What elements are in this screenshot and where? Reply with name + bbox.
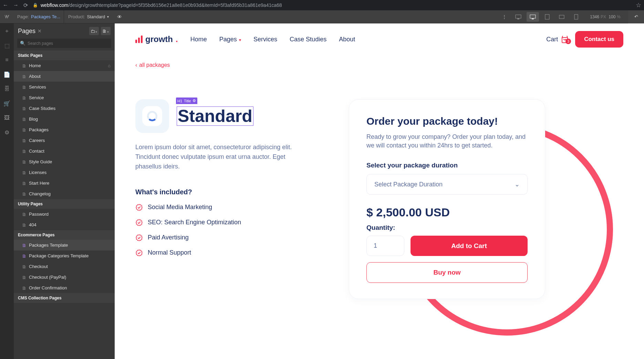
nav-about[interactable]: About (339, 36, 355, 43)
product-breadcrumb[interactable]: Product: Standard ▾ (64, 14, 113, 19)
cart-badge: 3 (565, 39, 571, 44)
page-icon: 🗎 (22, 181, 26, 186)
forward-icon[interactable]: → (13, 2, 19, 8)
device-desktop-icon[interactable] (512, 12, 524, 22)
search-pages[interactable]: 🔍 (17, 39, 111, 48)
page-item[interactable]: 🗎Password (14, 209, 115, 219)
svg-rect-4 (545, 14, 549, 19)
page-breadcrumb[interactable]: Page: Packages Te... (14, 10, 64, 23)
url-bar[interactable]: 🔒 webflow.com/design/growthtemplate?page… (33, 2, 631, 8)
page-item-label: Services (29, 84, 46, 90)
nav-services[interactable]: Services (253, 36, 277, 43)
duration-select[interactable]: Select Package Duration ⌄ (366, 174, 528, 195)
page-item[interactable]: 🗎Checkout (PayPal) (14, 272, 115, 283)
device-switcher: ⋮ (500, 12, 584, 22)
page-icon: 🗎 (22, 223, 26, 227)
selection-name: Title (184, 99, 191, 103)
add-to-cart-button[interactable]: Add to Cart (411, 236, 528, 256)
section-static: Static Pages (14, 51, 115, 60)
duration-label: Select your package duration (366, 162, 528, 169)
page-item[interactable]: 🗎Changelog (14, 188, 115, 199)
nav-home[interactable]: Home (190, 36, 207, 43)
page-item[interactable]: 🗎Blog (14, 114, 115, 124)
page-item[interactable]: 🗎Packages Template (14, 240, 115, 250)
symbols-icon[interactable]: ⬚ (3, 41, 11, 50)
site-logo[interactable]: growth. (135, 34, 178, 44)
page-icon: 🗎 (22, 63, 26, 68)
feature-item: Paid Avertising (135, 234, 308, 242)
page-item[interactable]: 🗎Services (14, 82, 115, 92)
close-icon[interactable]: ✕ (38, 28, 42, 34)
product-label: Product: (68, 14, 85, 19)
page-item[interactable]: 🗎Home⌂ (14, 60, 115, 71)
cms-icon[interactable]: 🗄 (3, 85, 11, 93)
webflow-logo[interactable] (0, 10, 14, 23)
page-icon: 🗎 (22, 85, 26, 90)
page-item[interactable]: 🗎Start Here (14, 178, 115, 188)
page-item-label: Packages (29, 127, 49, 132)
ecommerce-icon[interactable]: 🛒 (3, 99, 11, 107)
pages-icon[interactable]: 📄 (3, 70, 11, 79)
section-ecommerce: Ecommerce Pages (14, 230, 115, 240)
page-item[interactable]: 🗎About (14, 71, 115, 82)
more-icon[interactable]: ⋮ (502, 14, 507, 19)
cart-label: Cart (546, 36, 558, 43)
included-heading: What's included? (135, 188, 308, 196)
quantity-input[interactable]: 1 (366, 236, 404, 256)
nav-pages[interactable]: Pages ▾ (219, 36, 241, 43)
svg-rect-3 (532, 19, 534, 19)
page-item-label: Packages Template (29, 243, 68, 248)
new-folder-icon[interactable]: 🗀₊ (89, 27, 99, 35)
page-item[interactable]: 🗎Licenses (14, 167, 115, 178)
chevron-down-icon: ⌄ (515, 181, 520, 188)
section-utility: Utility Pages (14, 199, 115, 209)
page-item-label: Order Confirmation (29, 285, 67, 290)
page-item[interactable]: 🗎Checkout (14, 261, 115, 272)
device-tablet-landscape-icon[interactable] (527, 12, 539, 22)
navigator-icon[interactable]: ≡ (3, 56, 11, 64)
page-item[interactable]: 🗎Packages (14, 124, 115, 135)
add-element-icon[interactable]: ＋ (3, 27, 11, 35)
page-item-label: Blog (29, 116, 38, 122)
star-icon[interactable]: ☆ (636, 1, 641, 9)
device-mobile-landscape-icon[interactable] (555, 12, 568, 22)
page-icon: 🗎 (22, 138, 26, 143)
pages-panel: Pages ✕ 🗀₊ 🗎₊ 🔍 Static Pages 🗎Home⌂🗎Abou… (14, 23, 115, 359)
preview-icon[interactable]: 👁 (117, 14, 122, 20)
page-item[interactable]: 🗎Order Confirmation (14, 283, 115, 293)
page-item[interactable]: 🗎404 (14, 219, 115, 230)
device-tablet-portrait-icon[interactable] (541, 12, 553, 22)
page-item[interactable]: 🗎Case Studies (14, 103, 115, 114)
svg-rect-1 (517, 19, 519, 19)
new-page-icon[interactable]: 🗎₊ (101, 27, 111, 35)
site-preview: growth. Home Pages ▾ Services Case Studi… (115, 23, 644, 359)
page-item-label: Start Here (29, 181, 49, 186)
gear-icon[interactable]: ⚙ (193, 99, 196, 103)
page-item[interactable]: 🗎Careers (14, 135, 115, 146)
back-link[interactable]: ‹ all packages (115, 62, 644, 68)
cart-link[interactable]: Cart 3 (546, 35, 569, 43)
selection-tag: H1 (177, 99, 182, 103)
settings-icon[interactable]: ⚙ (3, 128, 11, 136)
back-icon[interactable]: ← (3, 2, 8, 8)
order-heading: Order your package today! (366, 115, 528, 127)
page-item[interactable]: 🗎Service (14, 92, 115, 103)
device-mobile-icon[interactable] (570, 12, 582, 22)
nav-case-studies[interactable]: Case Studies (290, 36, 326, 43)
chevron-left-icon: ‹ (135, 62, 137, 68)
page-item[interactable]: 🗎Contact (14, 146, 115, 156)
contact-button[interactable]: Contact us (575, 31, 623, 48)
cart-icon: 3 (561, 35, 569, 43)
search-input[interactable] (28, 41, 108, 46)
buy-now-button[interactable]: Buy now (366, 262, 528, 283)
page-icon: 🗎 (22, 106, 26, 111)
selection-badge[interactable]: H1 Title ⚙ (176, 98, 197, 104)
page-item[interactable]: 🗎Package Categories Template (14, 250, 115, 261)
reload-icon[interactable]: ⟳ (23, 2, 28, 9)
selected-element[interactable]: Standard (177, 106, 253, 126)
page-icon: 🗎 (22, 243, 26, 248)
page-item-label: Contact (29, 148, 44, 154)
undo-icon[interactable]: ↶ (628, 10, 644, 23)
assets-icon[interactable]: 🖼 (3, 114, 11, 122)
page-item[interactable]: 🗎Style Guide (14, 156, 115, 167)
